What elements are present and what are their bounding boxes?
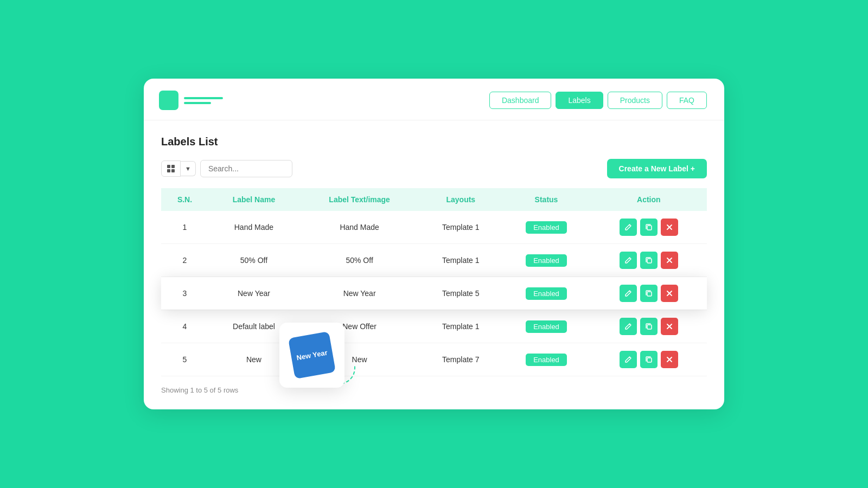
cell-label-text: 50% Off bbox=[299, 244, 419, 277]
action-buttons bbox=[598, 351, 699, 368]
status-badge: Enabled bbox=[526, 221, 567, 234]
copy-button[interactable] bbox=[640, 351, 658, 368]
table-header-row: S.N. Label Name Label Text/image Layouts… bbox=[161, 188, 707, 211]
cell-sn: 1 bbox=[161, 211, 208, 244]
col-action: Action bbox=[591, 188, 707, 211]
toolbar-left: ▼ bbox=[161, 160, 292, 177]
nav-dashboard[interactable]: Dashboard bbox=[489, 92, 552, 109]
edit-button[interactable] bbox=[620, 351, 637, 368]
cell-layout: Template 7 bbox=[419, 343, 502, 376]
edit-button[interactable] bbox=[620, 285, 637, 302]
table-row: 5 New New Template 7 Enabled bbox=[161, 343, 707, 376]
table-wrap: S.N. Label Name Label Text/image Layouts… bbox=[161, 188, 707, 376]
cell-layout: Template 1 bbox=[419, 310, 502, 343]
table-row: 4 Default label New Offer Template 1 Ena… bbox=[161, 310, 707, 343]
copy-button[interactable] bbox=[640, 318, 658, 335]
cell-layout: Template 5 bbox=[419, 277, 502, 310]
cell-action bbox=[591, 277, 707, 310]
delete-button[interactable] bbox=[661, 252, 678, 269]
header: Dashboard Labels Products FAQ bbox=[144, 79, 724, 120]
cell-label-name: New Year bbox=[208, 277, 299, 310]
copy-button[interactable] bbox=[640, 285, 658, 302]
col-status: Status bbox=[502, 188, 590, 211]
status-badge: Enabled bbox=[526, 254, 567, 267]
table-row: 1 Hand Made Hand Made Template 1 Enabled bbox=[161, 211, 707, 244]
cell-layout: Template 1 bbox=[419, 244, 502, 277]
svg-rect-3 bbox=[647, 259, 652, 263]
cell-status: Enabled bbox=[502, 211, 590, 244]
nav-faq[interactable]: FAQ bbox=[667, 92, 707, 109]
cell-status: Enabled bbox=[502, 244, 590, 277]
label-preview-card: New Year bbox=[279, 323, 344, 388]
cell-label-text: New Year bbox=[299, 277, 419, 310]
cell-action bbox=[591, 244, 707, 277]
ribbon: New Year bbox=[289, 332, 335, 378]
table-footer: Showing 1 to 5 of 5 rows bbox=[161, 386, 707, 394]
cell-status: Enabled bbox=[502, 277, 590, 310]
svg-rect-12 bbox=[647, 358, 652, 362]
logo-line-1 bbox=[184, 97, 223, 99]
cell-label-name: Hand Made bbox=[208, 211, 299, 244]
view-dropdown-button[interactable]: ▼ bbox=[181, 161, 196, 176]
cell-action bbox=[591, 343, 707, 376]
action-buttons bbox=[598, 285, 699, 302]
status-badge: Enabled bbox=[526, 320, 567, 333]
svg-rect-0 bbox=[647, 226, 652, 230]
cell-action bbox=[591, 211, 707, 244]
nav: Dashboard Labels Products FAQ bbox=[489, 92, 707, 109]
status-badge: Enabled bbox=[526, 287, 567, 300]
action-buttons bbox=[598, 252, 699, 269]
logo-square bbox=[159, 91, 178, 110]
col-label-text: Label Text/image bbox=[299, 188, 419, 211]
grid-view-button[interactable] bbox=[161, 160, 181, 177]
create-label-button[interactable]: Create a New Label + bbox=[607, 159, 707, 178]
app-card: Dashboard Labels Products FAQ Labels Lis… bbox=[144, 79, 724, 409]
copy-button[interactable] bbox=[640, 252, 658, 269]
col-sn: S.N. bbox=[161, 188, 208, 211]
cell-layout: Template 1 bbox=[419, 211, 502, 244]
cell-sn: 4 bbox=[161, 310, 208, 343]
logo-block bbox=[159, 91, 481, 110]
copy-button[interactable] bbox=[640, 219, 658, 236]
main-content: Labels List ▼ Create a New Label + bbox=[144, 120, 724, 409]
cell-status: Enabled bbox=[502, 310, 590, 343]
edit-button[interactable] bbox=[620, 219, 637, 236]
svg-rect-9 bbox=[647, 325, 652, 329]
nav-labels[interactable]: Labels bbox=[556, 92, 603, 109]
edit-button[interactable] bbox=[620, 252, 637, 269]
cell-sn: 5 bbox=[161, 343, 208, 376]
toolbar: ▼ Create a New Label + bbox=[161, 159, 707, 178]
cell-action bbox=[591, 310, 707, 343]
action-buttons bbox=[598, 318, 699, 335]
logo-line-2 bbox=[184, 102, 211, 104]
page-title: Labels List bbox=[161, 136, 707, 148]
svg-rect-6 bbox=[647, 292, 652, 296]
nav-products[interactable]: Products bbox=[608, 92, 662, 109]
grid-icon bbox=[167, 165, 175, 172]
status-badge: Enabled bbox=[526, 354, 567, 366]
cell-sn: 3 bbox=[161, 277, 208, 310]
delete-button[interactable] bbox=[661, 285, 678, 302]
search-input[interactable] bbox=[200, 160, 292, 177]
action-buttons bbox=[598, 219, 699, 236]
cell-label-text: Hand Made bbox=[299, 211, 419, 244]
cell-sn: 2 bbox=[161, 244, 208, 277]
delete-button[interactable] bbox=[661, 351, 678, 368]
cell-label-name: 50% Off bbox=[208, 244, 299, 277]
table-row: 3 New Year New Year Template 5 Enabled bbox=[161, 277, 707, 310]
table-row: 2 50% Off 50% Off Template 1 Enabled bbox=[161, 244, 707, 277]
cell-status: Enabled bbox=[502, 343, 590, 376]
logo-lines bbox=[184, 97, 223, 104]
col-layouts: Layouts bbox=[419, 188, 502, 211]
edit-button[interactable] bbox=[620, 318, 637, 335]
delete-button[interactable] bbox=[661, 219, 678, 236]
labels-table: S.N. Label Name Label Text/image Layouts… bbox=[161, 188, 707, 376]
delete-button[interactable] bbox=[661, 318, 678, 335]
col-label-name: Label Name bbox=[208, 188, 299, 211]
